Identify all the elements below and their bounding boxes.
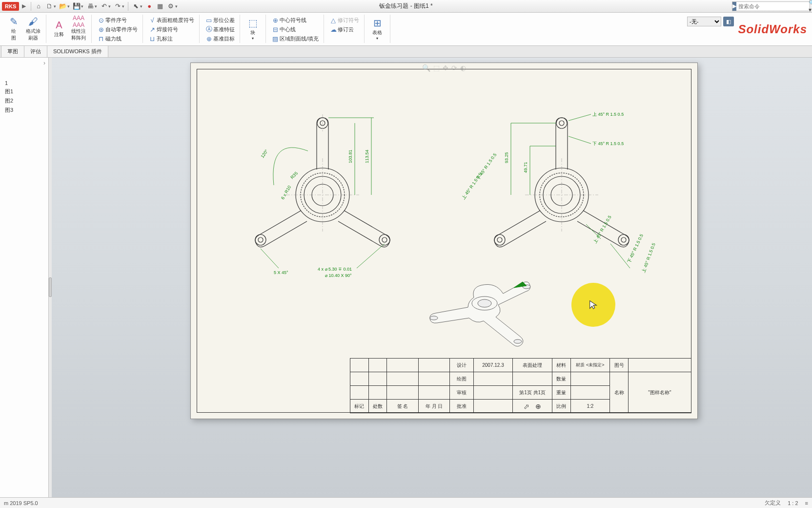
search-icon[interactable]: 🔍▾	[809, 0, 812, 13]
rotate-icon: ⟳	[451, 64, 457, 72]
revision-symbol-button[interactable]: △修订符号	[329, 16, 359, 24]
hole-callout-button[interactable]: ⊔孔标注	[148, 34, 194, 43]
zoom-fit-icon: 🔍	[422, 64, 430, 72]
print-icon[interactable]: 🖶	[86, 2, 95, 11]
svg-point-35	[497, 237, 502, 242]
svg-text:4 x ⌀ 5.30 ∓ 0.01: 4 x ⌀ 5.30 ∓ 0.01	[318, 267, 352, 272]
center-mark-button[interactable]: ⊕中心符号线	[271, 16, 319, 24]
tree-item[interactable]: 图2	[2, 96, 46, 106]
svg-point-9	[255, 234, 266, 245]
new-icon[interactable]: 🗋	[45, 2, 54, 11]
datum-feature-button[interactable]: Ⓐ基准特征	[204, 25, 235, 34]
rebuild-icon[interactable]: ●	[145, 2, 154, 11]
svg-point-37	[621, 237, 626, 242]
select-icon[interactable]: ⬉	[131, 2, 140, 11]
svg-text:6 x R10: 6 x R10	[280, 185, 292, 200]
svg-point-59	[514, 339, 522, 343]
magnetic-line-button[interactable]: ⊓磁力线	[97, 34, 138, 43]
open-icon[interactable]: 📂	[59, 2, 67, 11]
svg-point-10	[258, 237, 263, 242]
layer-selector[interactable]: -无- ◧	[687, 17, 734, 26]
status-defined: 欠定义	[765, 499, 781, 507]
svg-text:113.54: 113.54	[365, 149, 369, 163]
undo-icon[interactable]: ↶	[100, 2, 108, 11]
collapse-icon[interactable]: ›	[43, 60, 45, 66]
layer-button[interactable]: ◧	[723, 17, 734, 26]
tab-sketch[interactable]: 草图	[1, 45, 24, 57]
search-prefix-icon: ▶	[732, 2, 736, 11]
linear-pattern-button[interactable]: AAAAAA线性注 释阵列	[69, 15, 88, 42]
table-button[interactable]: ⊞表格▾	[367, 15, 387, 42]
cursor-highlight	[571, 283, 615, 327]
svg-text:93.25: 93.25	[504, 152, 509, 163]
svg-point-36	[618, 234, 629, 245]
svg-line-54	[610, 244, 630, 268]
status-version: m 2019 SP5.0	[4, 500, 38, 506]
home-icon[interactable]: ⌂	[34, 2, 43, 11]
svg-text:⌀ 10.40 X 90°: ⌀ 10.40 X 90°	[325, 273, 352, 278]
save-icon[interactable]: 💾	[72, 2, 81, 11]
draw-button[interactable]: ✎绘 图	[4, 15, 23, 42]
svg-text:R35: R35	[289, 171, 299, 180]
section-icon: ◐	[460, 64, 466, 72]
svg-text:103.81: 103.81	[348, 149, 353, 163]
svg-point-58	[430, 316, 438, 320]
svg-line-44	[568, 114, 591, 121]
format-painter-button[interactable]: 🖌格式涂 刷器	[23, 15, 43, 42]
tree-item[interactable]: 1	[2, 79, 46, 87]
surface-finish-button[interactable]: √表面粗糙度符号	[148, 16, 194, 24]
block-button[interactable]: ⬚块▾	[243, 15, 263, 42]
view-toolbar[interactable]: 🔍⬚✥⟳◐	[422, 64, 466, 72]
tree-item[interactable]: 图1	[2, 87, 46, 96]
svg-point-34	[494, 234, 505, 245]
pan-icon: ✥	[443, 64, 448, 72]
svg-text:49.71: 49.71	[523, 162, 528, 173]
area-hatch-button[interactable]: ▨区域剖面线/填充	[271, 34, 319, 43]
balloon-button[interactable]: ⊙零件序号	[97, 16, 138, 24]
top-toolbar: RKS ▶ ⌂ 🗋▾ 📂▾ 💾▾ 🖶▾ ↶▾ ↷▾ ⬉▾ ● ▦ ⚙▾ 钣金练习…	[0, 0, 812, 13]
title-block: 设计 2007.12.3 表面处理 材料 材质 <未指定> 图号 绘图 数量 名…	[350, 358, 691, 413]
svg-text:上   45°    R 1.5  0.5: 上 45° R 1.5 0.5	[592, 112, 624, 117]
datum-target-button[interactable]: ⊕基准目标	[204, 34, 235, 43]
status-bar: m 2019 SP5.0 欠定义 1 : 2 ≡	[0, 497, 812, 508]
search-input[interactable]	[736, 3, 808, 9]
tab-evaluate[interactable]: 评估	[24, 45, 47, 57]
geometric-tolerance-button[interactable]: ▭形位公差	[204, 16, 235, 24]
svg-point-56	[478, 299, 491, 307]
svg-line-23	[357, 244, 385, 268]
svg-point-12	[382, 237, 387, 242]
annotation-button[interactable]: A注释	[49, 15, 69, 42]
feature-tree-panel: › 1 图1 图2 图3	[0, 58, 49, 497]
app-logo: RKS	[2, 2, 19, 11]
drawing-canvas[interactable]: 🔍⬚✥⟳◐	[52, 58, 812, 497]
drawing-sheet: 🔍⬚✥⟳◐	[190, 63, 698, 419]
search-box[interactable]: ▶ 🔍▾	[732, 1, 810, 11]
redo-icon[interactable]: ↷	[113, 2, 122, 11]
auto-balloon-button[interactable]: ⊛自动零件序号	[97, 25, 138, 34]
options-icon[interactable]: ▦	[156, 2, 164, 11]
drawing-view-1[interactable]: 120° R35 6 x R10 103.81 113.54 5 X 45° 4…	[210, 87, 425, 293]
status-ratio: 1 : 2	[788, 500, 798, 506]
svg-text:5 X 45°: 5 X 45°	[274, 270, 288, 275]
settings-icon[interactable]: ⚙	[166, 2, 175, 11]
weld-symbol-button[interactable]: ↗焊接符号	[148, 25, 194, 34]
ribbon: ✎绘 图 🖌格式涂 刷器 A注释 AAAAAA线性注 释阵列 ⊙零件序号 ⊛自动…	[0, 13, 812, 46]
zoom-area-icon: ⬚	[433, 64, 440, 72]
svg-point-33	[559, 121, 564, 126]
svg-text:下   45°    R 1.5  0.5: 下 45° R 1.5 0.5	[592, 141, 624, 146]
svg-text:上 45° R 1.5 0.5: 上 45° R 1.5 0.5	[641, 242, 656, 274]
svg-line-46	[568, 136, 591, 144]
svg-point-32	[556, 118, 567, 128]
ribbon-tabs: 草图 评估 SOLIDWORKS 插件	[0, 46, 812, 58]
tab-addins[interactable]: SOLIDWORKS 插件	[47, 45, 108, 57]
brand-watermark: SolidWorks	[738, 22, 807, 36]
main-area: › 1 图1 图2 图3 🔍⬚✥⟳◐	[0, 58, 812, 497]
revision-cloud-button[interactable]: ☁修订云	[329, 25, 359, 34]
status-menu-icon[interactable]: ≡	[805, 500, 808, 506]
svg-text:下 45° R 1.5 0.5: 下 45° R 1.5 0.5	[627, 233, 644, 263]
layer-dropdown[interactable]: -无-	[687, 17, 721, 26]
svg-line-21	[261, 249, 279, 268]
centerline-button[interactable]: ⊟中心线	[271, 25, 319, 34]
tree-item[interactable]: 图3	[2, 106, 46, 115]
drawing-view-3d[interactable]	[401, 258, 557, 356]
